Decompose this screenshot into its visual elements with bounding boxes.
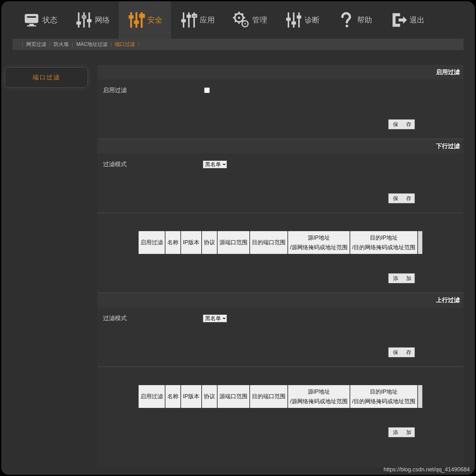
nav-app-label: 应用 bbox=[200, 15, 215, 25]
col-proto: 协议 bbox=[202, 231, 217, 254]
down-mode-select[interactable]: 黑名单 bbox=[203, 161, 227, 168]
section-down-title: 下行过滤 bbox=[97, 139, 464, 153]
down-add-button[interactable]: 添 加 bbox=[388, 273, 415, 283]
col-enable: 启用过滤 bbox=[138, 385, 165, 408]
svg-point-36 bbox=[244, 23, 246, 25]
subnav-mac-filter[interactable]: MAC地址过滤 bbox=[76, 41, 107, 48]
svg-rect-40 bbox=[286, 18, 291, 21]
up-save-button[interactable]: 保 存 bbox=[388, 347, 415, 357]
svg-rect-4 bbox=[78, 12, 80, 27]
question-icon bbox=[337, 11, 355, 29]
col-dstport: 目的端口范围 bbox=[250, 231, 288, 254]
svg-line-34 bbox=[235, 20, 236, 22]
nav-manage-label: 管理 bbox=[252, 15, 267, 25]
col-ipver: IP版本 bbox=[181, 385, 202, 408]
col-srcip: 源IP地址/源网络掩码或地址范围 bbox=[288, 231, 350, 254]
nav-diagnose-label: 诊断 bbox=[305, 15, 320, 25]
nav-status-label: 状态 bbox=[42, 15, 57, 25]
svg-rect-38 bbox=[293, 12, 295, 27]
col-name: 名称 bbox=[165, 231, 181, 254]
nav-diagnose[interactable]: 诊断 bbox=[276, 1, 328, 39]
svg-line-33 bbox=[242, 13, 243, 15]
sub-nav: | 网页过滤 | 防火墙 | MAC地址过滤 | 端口过滤 | bbox=[12, 39, 464, 50]
col-srcport: 源端口范围 bbox=[217, 231, 250, 254]
col-srcip: 源IP地址/源网络掩码或地址范围 bbox=[288, 385, 350, 408]
down-filter-table: 启用过滤 名称 IP版本 协议 源端口范围 目的端口范围 源IP地址/源网络掩码… bbox=[138, 231, 423, 255]
up-mode-label: 过滤模式 bbox=[103, 314, 203, 322]
col-dstport: 目的端口范围 bbox=[250, 385, 288, 408]
sliders-ad-icon: Ad bbox=[127, 11, 145, 29]
up-mode-select[interactable]: 黑名单 bbox=[203, 315, 227, 322]
nav-exit-label: 退出 bbox=[410, 15, 424, 25]
svg-rect-42 bbox=[297, 16, 302, 19]
watermark-text: https://blog.csdn.net/qq_41490684 bbox=[384, 466, 470, 473]
nav-security[interactable]: Ad 安全 bbox=[119, 1, 171, 39]
enable-filter-label: 启用过滤 bbox=[103, 86, 203, 94]
svg-rect-12 bbox=[136, 12, 137, 27]
svg-text:Ba: Ba bbox=[82, 15, 86, 18]
top-nav: 状态 Ba 网络 Ad 安全 Ad 应用 管理 bbox=[1, 1, 475, 39]
col-ipver: IP版本 bbox=[181, 231, 202, 254]
svg-text:Ad: Ad bbox=[140, 14, 144, 17]
nav-network-label: 网络 bbox=[95, 15, 110, 25]
svg-rect-1 bbox=[27, 16, 36, 18]
svg-rect-5 bbox=[83, 12, 85, 27]
enable-filter-checkbox[interactable] bbox=[204, 87, 210, 93]
subnav-firewall[interactable]: 防火墙 bbox=[54, 41, 69, 48]
subnav-web-filter[interactable]: 网页过滤 bbox=[26, 41, 46, 48]
down-save-button[interactable]: 保 存 bbox=[388, 193, 415, 203]
sliders-plain-icon bbox=[285, 11, 303, 29]
up-add-button[interactable]: 添 加 bbox=[388, 427, 415, 437]
svg-rect-7 bbox=[76, 22, 81, 25]
col-proto: 协议 bbox=[202, 385, 217, 408]
enable-save-button[interactable]: 保 存 bbox=[388, 119, 415, 129]
nav-status[interactable]: 状态 bbox=[14, 1, 66, 39]
col-dstip: 目的IP地址/目的网络掩码或地址范围 bbox=[350, 231, 418, 254]
svg-rect-41 bbox=[292, 22, 296, 25]
section-enable-title: 启用过滤 bbox=[97, 65, 464, 79]
col-name: 名称 bbox=[165, 385, 181, 408]
nav-app[interactable]: Ad 应用 bbox=[171, 1, 223, 39]
svg-rect-9 bbox=[87, 19, 92, 22]
nav-security-label: 安全 bbox=[147, 15, 162, 25]
subnav-port-filter[interactable]: 端口过滤 bbox=[115, 41, 135, 48]
section-up-title: 上行过滤 bbox=[97, 293, 464, 307]
svg-rect-14 bbox=[129, 16, 134, 19]
monitor-icon bbox=[22, 11, 41, 29]
nav-network[interactable]: Ba 网络 bbox=[66, 1, 119, 39]
svg-rect-22 bbox=[187, 15, 191, 18]
svg-point-26 bbox=[238, 17, 240, 19]
side-panel: 端口过滤 bbox=[4, 65, 97, 467]
svg-line-31 bbox=[235, 13, 236, 15]
sliders-ad2-icon: Ad bbox=[180, 11, 198, 29]
col-dstip: 目的IP地址/目的网络掩码或地址范围 bbox=[350, 385, 418, 408]
table-scroll-gutter[interactable] bbox=[418, 231, 423, 254]
exit-icon bbox=[390, 11, 408, 29]
nav-exit[interactable]: 退出 bbox=[381, 1, 433, 39]
svg-point-43 bbox=[346, 25, 348, 27]
svg-rect-39 bbox=[298, 12, 300, 27]
nav-help[interactable]: 帮助 bbox=[328, 1, 381, 39]
svg-text:Ad: Ad bbox=[193, 14, 196, 17]
nav-manage[interactable]: 管理 bbox=[223, 1, 276, 39]
side-port-filter[interactable]: 端口过滤 bbox=[5, 67, 88, 87]
svg-rect-15 bbox=[134, 21, 139, 24]
svg-rect-11 bbox=[130, 12, 132, 27]
gear-icon bbox=[232, 11, 250, 29]
col-srcport: 源端口范围 bbox=[217, 385, 250, 408]
main-content: 启用过滤 启用过滤 保 存 下行过滤 过滤模式 黑名单 bbox=[97, 65, 464, 467]
down-mode-label: 过滤模式 bbox=[103, 160, 203, 168]
svg-rect-0 bbox=[25, 14, 38, 23]
sliders-icon: Ba bbox=[75, 11, 93, 29]
nav-help-label: 帮助 bbox=[357, 15, 372, 25]
svg-rect-21 bbox=[181, 19, 186, 22]
up-filter-table: 启用过滤 名称 IP版本 协议 源端口范围 目的端口范围 源IP地址/源网络掩码… bbox=[138, 384, 423, 409]
col-enable: 启用过滤 bbox=[138, 231, 165, 254]
svg-rect-19 bbox=[188, 12, 190, 27]
svg-rect-2 bbox=[29, 24, 34, 25]
table-scroll-gutter[interactable] bbox=[418, 385, 423, 408]
svg-rect-3 bbox=[27, 25, 36, 27]
